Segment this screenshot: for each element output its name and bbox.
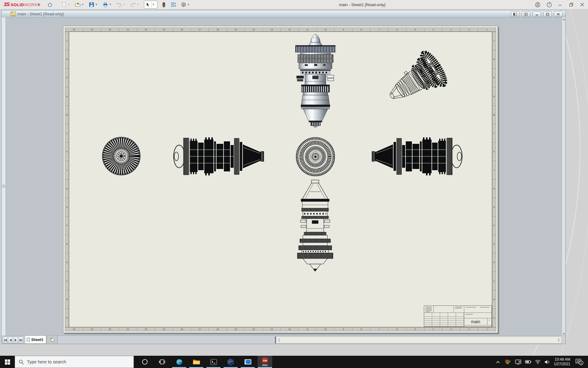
open-dropdown[interactable] [81,1,85,8]
collapse-left-pane-button[interactable] [511,11,519,17]
new-document-dropdown[interactable] [67,1,71,8]
taskbar-search[interactable]: Type here to search [15,356,134,368]
close-icon [580,3,584,6]
task-view-button[interactable] [155,356,169,368]
help-button[interactable]: ? [545,2,553,7]
menu-expand-arrow-icon[interactable] [36,1,42,8]
doc-minimize-button[interactable] [533,11,541,17]
collapsed-feature-panel[interactable] [2,17,6,336]
tab-sheet1[interactable]: Sheet1 [25,336,46,344]
scroll-down-arrow-icon [563,333,565,335]
document-titlebar[interactable]: main - Sheet1 [Read-only] [2,10,565,18]
view-back[interactable] [295,136,336,177]
command-prompt-button[interactable] [206,356,221,368]
add-sheet-tab[interactable] [47,336,58,344]
file-explorer-button[interactable] [189,356,204,368]
doc-restore-button[interactable] [543,11,552,17]
close-button[interactable] [578,2,586,7]
svg-text:SW: SW [263,359,267,362]
view-top-shaded[interactable] [294,33,337,128]
account-button[interactable] [533,2,541,7]
zone-label: 16 [209,328,227,331]
undo-dropdown[interactable] [122,1,126,8]
action-center-button[interactable]: 1 [573,356,586,368]
redo-button[interactable] [130,1,136,8]
view-side-left[interactable] [171,136,265,177]
collapse-right-pane-button[interactable] [522,11,530,17]
taskbar-clock[interactable]: 10:48 AM 1/27/2021 [551,357,570,366]
view-isometric[interactable] [379,48,462,112]
reload-status-button[interactable] [160,1,167,8]
zone-label: B [492,290,496,309]
tray-chevron-button[interactable] [494,356,502,368]
pane-splitter[interactable] [275,336,276,343]
scroll-right-arrow-icon[interactable]: ❭ [557,338,560,342]
print-dropdown[interactable] [108,1,112,8]
minimize-button[interactable] [556,2,564,7]
sheet-tab-label: Sheet1 [31,338,43,342]
view-bottom[interactable] [294,179,337,271]
drawing-sheet[interactable]: 242322212019181716151413121110987654321 … [63,26,498,333]
restore-button[interactable] [567,2,575,7]
battery-tray-button[interactable] [524,356,532,368]
view-side-right[interactable] [371,136,465,177]
zone-ruler-left: TRPNMLKJHGFEDCBA [65,32,69,327]
media-app-button[interactable] [240,356,255,368]
vertical-scrollbar[interactable] [562,17,566,336]
zone-label: 12 [281,28,299,31]
panel-expand-knob[interactable] [2,185,5,188]
new-document-button[interactable] [61,1,67,8]
properties-button[interactable] [170,1,177,8]
restore-icon [569,3,573,7]
zone-label: 1 [478,328,496,331]
clock-date: 1/27/2021 [551,362,570,366]
hexagon-app-button[interactable] [223,356,238,368]
scroll-left-arrow-icon[interactable]: ❬ [278,338,281,342]
doc-close-button[interactable] [554,11,563,17]
zone-ruler-right: TRPNMLKJHGFEDCBA [492,32,496,327]
zone-label: 24 [65,328,83,331]
select-cursor-icon [145,2,150,7]
prev-sheet-button[interactable] [8,337,13,343]
display-camera-tray-button[interactable] [514,356,522,368]
zone-label: 17 [190,28,209,31]
running-indicator [206,367,221,368]
cortana-button[interactable] [138,356,152,368]
app-titlebar: 3S SOLIDWORKS [0,0,588,10]
network-tray-button[interactable] [533,356,542,368]
volume-tray-button[interactable] [543,356,551,368]
redo-dropdown[interactable] [136,1,140,8]
zone-label: 10 [316,28,334,31]
clock-time: 10:48 AM [551,357,570,362]
last-sheet-button[interactable] [18,337,24,343]
horizontal-scrollbar[interactable]: ❬ ❭ [276,336,562,343]
undo-button[interactable] [116,1,123,8]
print-button[interactable] [102,1,109,8]
select-tool-dropdown [153,4,154,5]
first-sheet-button[interactable] [2,337,8,343]
save-dropdown[interactable] [95,1,98,8]
zone-label: P [492,68,496,87]
settings-dropdown[interactable] [187,1,190,8]
zone-label: K [65,142,69,161]
view-front[interactable] [101,136,141,176]
edge-button[interactable] [172,356,187,368]
running-indicator [258,367,272,368]
add-sheet-icon [50,338,55,342]
document-title: main - Sheet1 [Read-only] [17,12,64,16]
solidworks-tray-button[interactable] [503,356,512,368]
zone-label: 11 [298,328,316,331]
next-sheet-button[interactable] [13,337,18,343]
wifi-icon [535,360,541,364]
settings-button[interactable] [180,1,187,8]
open-folder-icon [75,2,81,7]
zone-label: J [492,161,496,179]
save-button[interactable] [88,1,95,8]
select-tool-group[interactable] [144,1,157,9]
start-button[interactable] [0,356,15,368]
home-button[interactable] [47,1,53,8]
windows-taskbar: Type here to search SW 2021 [0,356,588,368]
open-button[interactable] [74,1,81,8]
solidworks-taskbar-button[interactable]: SW 2021 [258,356,272,368]
zone-label: C [492,271,496,290]
